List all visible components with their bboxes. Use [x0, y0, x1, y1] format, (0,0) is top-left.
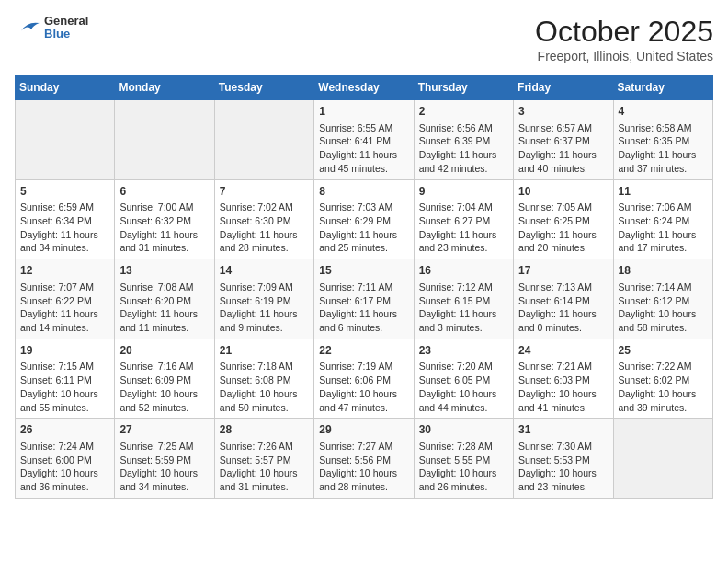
calendar-cell: 27Sunrise: 7:25 AM Sunset: 5:59 PM Dayli…: [115, 419, 214, 499]
calendar-cell: [613, 419, 712, 499]
logo-bird-icon: [15, 17, 40, 38]
calendar-cell: [16, 100, 115, 180]
calendar-cell: 29Sunrise: 7:27 AM Sunset: 5:56 PM Dayli…: [314, 419, 414, 499]
calendar-cell: [115, 100, 214, 180]
day-info: Sunrise: 7:21 AM Sunset: 6:03 PM Dayligh…: [518, 360, 608, 414]
calendar-cell: [214, 100, 313, 180]
day-info: Sunrise: 7:04 AM Sunset: 6:27 PM Dayligh…: [419, 201, 508, 255]
day-info: Sunrise: 7:28 AM Sunset: 5:55 PM Dayligh…: [419, 440, 508, 494]
day-number: 10: [518, 184, 608, 200]
calendar-cell: 8Sunrise: 7:03 AM Sunset: 6:29 PM Daylig…: [314, 179, 414, 259]
day-info: Sunrise: 6:59 AM Sunset: 6:34 PM Dayligh…: [20, 201, 109, 255]
day-info: Sunrise: 7:30 AM Sunset: 5:53 PM Dayligh…: [518, 440, 608, 494]
day-info: Sunrise: 7:16 AM Sunset: 6:09 PM Dayligh…: [119, 360, 209, 414]
day-number: 3: [518, 104, 608, 120]
day-number: 28: [220, 422, 309, 438]
calendar-cell: 16Sunrise: 7:12 AM Sunset: 6:15 PM Dayli…: [414, 259, 513, 339]
day-info: Sunrise: 7:11 AM Sunset: 6:17 PM Dayligh…: [319, 281, 408, 335]
calendar-cell: 22Sunrise: 7:19 AM Sunset: 6:06 PM Dayli…: [314, 339, 414, 419]
calendar-cell: 10Sunrise: 7:05 AM Sunset: 6:25 PM Dayli…: [514, 179, 613, 259]
day-number: 14: [220, 263, 309, 279]
day-info: Sunrise: 6:57 AM Sunset: 6:37 PM Dayligh…: [518, 121, 608, 176]
day-number: 8: [319, 184, 408, 200]
day-number: 15: [319, 263, 408, 279]
calendar-cell: 24Sunrise: 7:21 AM Sunset: 6:03 PM Dayli…: [514, 339, 613, 419]
calendar-cell: 13Sunrise: 7:08 AM Sunset: 6:20 PM Dayli…: [115, 259, 214, 339]
calendar-cell: 18Sunrise: 7:14 AM Sunset: 6:12 PM Dayli…: [613, 259, 712, 339]
day-number: 20: [119, 343, 209, 359]
day-info: Sunrise: 7:25 AM Sunset: 5:59 PM Dayligh…: [119, 440, 209, 494]
day-info: Sunrise: 7:12 AM Sunset: 6:15 PM Dayligh…: [419, 281, 508, 335]
logo: General Blue: [15, 15, 88, 41]
day-number: 5: [20, 184, 109, 200]
day-info: Sunrise: 7:06 AM Sunset: 6:24 PM Dayligh…: [619, 201, 708, 255]
col-header-sunday: Sunday: [16, 75, 115, 100]
calendar-cell: 23Sunrise: 7:20 AM Sunset: 6:05 PM Dayli…: [414, 339, 513, 419]
page-title: October 2025: [535, 15, 713, 49]
calendar-cell: 6Sunrise: 7:00 AM Sunset: 6:32 PM Daylig…: [115, 179, 214, 259]
day-number: 30: [419, 422, 508, 438]
day-info: Sunrise: 7:26 AM Sunset: 5:57 PM Dayligh…: [220, 440, 309, 494]
day-number: 29: [319, 422, 408, 438]
day-number: 25: [619, 343, 708, 359]
calendar-cell: 2Sunrise: 6:56 AM Sunset: 6:39 PM Daylig…: [414, 100, 513, 180]
calendar-cell: 12Sunrise: 7:07 AM Sunset: 6:22 PM Dayli…: [16, 259, 115, 339]
title-block: October 2025 Freeport, Illinois, United …: [535, 15, 713, 63]
day-number: 23: [419, 343, 508, 359]
calendar-week-row: 1Sunrise: 6:55 AM Sunset: 6:41 PM Daylig…: [16, 100, 713, 180]
day-info: Sunrise: 7:22 AM Sunset: 6:02 PM Dayligh…: [619, 360, 708, 414]
calendar-cell: 26Sunrise: 7:24 AM Sunset: 6:00 PM Dayli…: [16, 419, 115, 499]
day-number: 18: [619, 263, 708, 279]
calendar-table: SundayMondayTuesdayWednesdayThursdayFrid…: [15, 75, 713, 499]
calendar-cell: 17Sunrise: 7:13 AM Sunset: 6:14 PM Dayli…: [514, 259, 613, 339]
day-info: Sunrise: 7:07 AM Sunset: 6:22 PM Dayligh…: [20, 281, 109, 335]
calendar-cell: 9Sunrise: 7:04 AM Sunset: 6:27 PM Daylig…: [414, 179, 513, 259]
col-header-tuesday: Tuesday: [214, 75, 313, 100]
day-number: 13: [119, 263, 209, 279]
day-info: Sunrise: 7:09 AM Sunset: 6:19 PM Dayligh…: [220, 281, 309, 335]
day-info: Sunrise: 7:19 AM Sunset: 6:06 PM Dayligh…: [319, 360, 408, 414]
day-info: Sunrise: 6:58 AM Sunset: 6:35 PM Dayligh…: [619, 121, 708, 176]
day-info: Sunrise: 7:13 AM Sunset: 6:14 PM Dayligh…: [518, 281, 608, 335]
calendar-cell: 19Sunrise: 7:15 AM Sunset: 6:11 PM Dayli…: [16, 339, 115, 419]
calendar-cell: 11Sunrise: 7:06 AM Sunset: 6:24 PM Dayli…: [613, 179, 712, 259]
day-number: 22: [319, 343, 408, 359]
day-info: Sunrise: 7:18 AM Sunset: 6:08 PM Dayligh…: [220, 360, 309, 414]
calendar-cell: 21Sunrise: 7:18 AM Sunset: 6:08 PM Dayli…: [214, 339, 313, 419]
calendar-cell: 25Sunrise: 7:22 AM Sunset: 6:02 PM Dayli…: [613, 339, 712, 419]
calendar-cell: 20Sunrise: 7:16 AM Sunset: 6:09 PM Dayli…: [115, 339, 214, 419]
day-info: Sunrise: 7:08 AM Sunset: 6:20 PM Dayligh…: [119, 281, 209, 335]
page-header: General Blue October 2025 Freeport, Illi…: [15, 15, 713, 63]
col-header-wednesday: Wednesday: [314, 75, 414, 100]
day-info: Sunrise: 7:14 AM Sunset: 6:12 PM Dayligh…: [619, 281, 708, 335]
day-number: 21: [220, 343, 309, 359]
logo-blue: Blue: [44, 28, 88, 40]
day-info: Sunrise: 7:05 AM Sunset: 6:25 PM Dayligh…: [518, 201, 608, 255]
day-number: 9: [419, 184, 508, 200]
day-number: 31: [518, 422, 608, 438]
day-number: 27: [119, 422, 209, 438]
day-info: Sunrise: 7:02 AM Sunset: 6:30 PM Dayligh…: [220, 201, 309, 255]
calendar-cell: 30Sunrise: 7:28 AM Sunset: 5:55 PM Dayli…: [414, 419, 513, 499]
day-number: 2: [419, 104, 508, 120]
calendar-cell: 4Sunrise: 6:58 AM Sunset: 6:35 PM Daylig…: [613, 100, 712, 180]
calendar-cell: 14Sunrise: 7:09 AM Sunset: 6:19 PM Dayli…: [214, 259, 313, 339]
day-number: 7: [220, 184, 309, 200]
day-number: 24: [518, 343, 608, 359]
page-subtitle: Freeport, Illinois, United States: [535, 49, 713, 63]
day-info: Sunrise: 7:27 AM Sunset: 5:56 PM Dayligh…: [319, 440, 408, 494]
calendar-cell: 15Sunrise: 7:11 AM Sunset: 6:17 PM Dayli…: [314, 259, 414, 339]
col-header-friday: Friday: [514, 75, 613, 100]
day-info: Sunrise: 7:00 AM Sunset: 6:32 PM Dayligh…: [119, 201, 209, 255]
day-number: 1: [319, 104, 408, 120]
calendar-cell: 5Sunrise: 6:59 AM Sunset: 6:34 PM Daylig…: [16, 179, 115, 259]
day-number: 17: [518, 263, 608, 279]
day-info: Sunrise: 7:15 AM Sunset: 6:11 PM Dayligh…: [20, 360, 109, 414]
calendar-cell: 3Sunrise: 6:57 AM Sunset: 6:37 PM Daylig…: [514, 100, 613, 180]
calendar-cell: 28Sunrise: 7:26 AM Sunset: 5:57 PM Dayli…: [214, 419, 313, 499]
calendar-cell: 7Sunrise: 7:02 AM Sunset: 6:30 PM Daylig…: [214, 179, 313, 259]
day-number: 19: [20, 343, 109, 359]
calendar-week-row: 19Sunrise: 7:15 AM Sunset: 6:11 PM Dayli…: [16, 339, 713, 419]
day-number: 6: [119, 184, 209, 200]
calendar-week-row: 5Sunrise: 6:59 AM Sunset: 6:34 PM Daylig…: [16, 179, 713, 259]
